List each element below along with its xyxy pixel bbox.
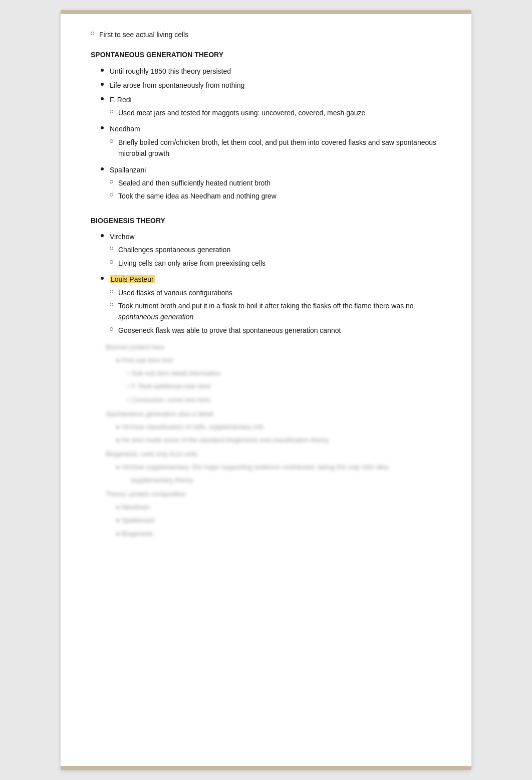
pasteur-sub-1: Used flasks of various configurations <box>110 287 441 298</box>
bullet-dot <box>101 83 104 86</box>
bullet-dot <box>101 167 104 170</box>
bullet-virchow-content: Virchow Challenges spontaneous generatio… <box>110 231 441 271</box>
spallanzani-sub-2: Took the same idea as Needham and nothin… <box>110 190 441 202</box>
circle-bullet-icon <box>110 290 113 293</box>
bullet-spallanzani-text: Spallanzani <box>110 166 146 174</box>
page-content: First to see actual living cells SPONTAN… <box>91 29 441 539</box>
virchow-sub-2-text: Living cells can only arise from preexis… <box>118 258 441 269</box>
pasteur-sub-2: Took nutrient broth and put it in a flas… <box>110 300 441 323</box>
bullet-dot <box>101 234 104 237</box>
circle-bullet-icon <box>110 247 113 250</box>
blurred-line-3: ○ Sub sub item detail information <box>126 368 441 379</box>
bullet-needham-text: Needham <box>110 125 140 133</box>
spallanzani-sub-1-text: Sealed and then sufficiently heated nutr… <box>118 177 441 188</box>
blurred-line-12: Theory: protein composition <box>106 489 441 500</box>
bullet-redi-content: F. Redi Used meat jars and tested for ma… <box>110 94 441 121</box>
bullet-life-text: Life arose from spontaneously from nothi… <box>110 80 441 91</box>
bullet-dot <box>101 69 104 72</box>
needham-sub-1: Briefly boiled corn/chicken broth, let t… <box>110 137 441 159</box>
bullet-needham-content: Needham Briefly boiled corn/chicken brot… <box>110 123 441 161</box>
spontaneous-bullet-list: Until roughly 1850 this theory persisted… <box>101 66 441 204</box>
redi-sub-items: Used meat jars and tested for maggots us… <box>110 107 441 118</box>
spallanzani-sub-1: Sealed and then sufficiently heated nutr… <box>110 177 441 188</box>
blurred-line-6: Spontaneous generation also a detail <box>106 409 441 420</box>
blurred-line-1: Blurred content here <box>106 342 441 353</box>
needham-sub-1-text: Briefly boiled corn/chicken broth, let t… <box>118 137 441 159</box>
circle-bullet-icon <box>91 32 94 35</box>
bullet-life: Life arose from spontaneously from nothi… <box>101 80 441 91</box>
bullet-spallanzani: Spallanzani Sealed and then sufficiently… <box>101 164 441 204</box>
top-sub-bullet: First to see actual living cells <box>91 29 441 40</box>
virchow-sub-1: Challenges spontaneous generation <box>110 244 441 255</box>
spallanzani-sub-2-text: Took the same idea as Needham and nothin… <box>118 190 441 202</box>
circle-bullet-icon <box>110 327 113 331</box>
pasteur-sub-items: Used flasks of various configurations To… <box>110 287 441 336</box>
redi-sub-1-text: Used meat jars and tested for maggots us… <box>118 107 441 118</box>
pasteur-sub-3-text: Gooseneck flask was able to prove that s… <box>118 325 441 336</box>
needham-sub-items: Briefly boiled corn/chicken broth, let t… <box>110 137 441 159</box>
blurred-line-2: ● First sub item text <box>116 355 441 366</box>
bullet-1850-text: Until roughly 1850 this theory persisted <box>110 66 441 77</box>
blurred-line-7: ● Virchow classification of cells, suppl… <box>116 422 441 433</box>
blurred-line-10: ● Virchow supplementary: the major suppo… <box>116 462 441 473</box>
circle-bullet-icon <box>110 180 113 183</box>
circle-bullet-icon <box>110 303 113 306</box>
heading-spontaneous: SPONTANEOUS GENERATION THEORY <box>91 49 441 60</box>
blurred-line-15: ● Biogenesis <box>116 528 441 539</box>
blurred-content: Blurred content here ● First sub item te… <box>106 342 441 539</box>
top-sub-bullet-text: First to see actual living cells <box>99 29 441 40</box>
pasteur-sub-3: Gooseneck flask was able to prove that s… <box>110 325 441 336</box>
bottom-bar <box>61 766 471 770</box>
heading-biogenesis: BIOGENESIS THEORY <box>91 215 441 226</box>
pasteur-sub-1-text: Used flasks of various configurations <box>118 287 441 298</box>
blurred-line-5: ○ Conclusion: some text here <box>126 395 441 406</box>
bullet-virchow: Virchow Challenges spontaneous generatio… <box>101 231 441 271</box>
bullet-redi-text: F. Redi <box>110 96 132 104</box>
bullet-redi: F. Redi Used meat jars and tested for ma… <box>101 94 441 121</box>
biogenesis-bullet-list: Virchow Challenges spontaneous generatio… <box>101 231 441 338</box>
blurred-line-4: ○ F. Redi additional note here <box>126 381 441 392</box>
bullet-1850: Until roughly 1850 this theory persisted <box>101 66 441 77</box>
circle-bullet-icon <box>110 110 113 113</box>
virchow-sub-2: Living cells can only arise from preexis… <box>110 258 441 269</box>
circle-bullet-icon <box>110 260 113 264</box>
pasteur-italic-text: spontaneous generation <box>118 313 193 321</box>
virchow-sub-1-text: Challenges spontaneous generation <box>118 244 441 255</box>
blurred-line-8: ● He also made some of the standard biog… <box>116 435 441 446</box>
bullet-pasteur: Louis Pasteur Used flasks of various con… <box>101 274 441 338</box>
bullet-virchow-text: Virchow <box>110 233 135 241</box>
virchow-sub-items: Challenges spontaneous generation Living… <box>110 244 441 269</box>
blurred-line-14: ● Spallanzani <box>116 515 441 526</box>
bullet-dot <box>101 97 104 100</box>
redi-sub-1: Used meat jars and tested for maggots us… <box>110 107 441 118</box>
document-page: First to see actual living cells SPONTAN… <box>61 10 471 770</box>
bullet-spallanzani-content: Spallanzani Sealed and then sufficiently… <box>110 164 441 204</box>
blurred-line-13: ● Needham <box>116 502 441 513</box>
bullet-pasteur-text: Louis Pasteur <box>110 275 155 283</box>
blurred-line-9: Biogenesis: cells only from cells <box>106 449 441 460</box>
circle-bullet-icon <box>110 193 113 197</box>
top-bar <box>61 10 471 14</box>
bullet-dot-highlight <box>101 277 104 280</box>
spallanzani-sub-items: Sealed and then sufficiently heated nutr… <box>110 177 441 202</box>
bullet-dot <box>101 126 104 129</box>
bullet-needham: Needham Briefly boiled corn/chicken brot… <box>101 123 441 161</box>
blurred-line-11: supplementary theory <box>131 475 441 486</box>
bullet-pasteur-content: Louis Pasteur Used flasks of various con… <box>110 274 441 338</box>
circle-bullet-icon <box>110 139 113 143</box>
pasteur-sub-2-text: Took nutrient broth and put it in a flas… <box>118 300 441 323</box>
